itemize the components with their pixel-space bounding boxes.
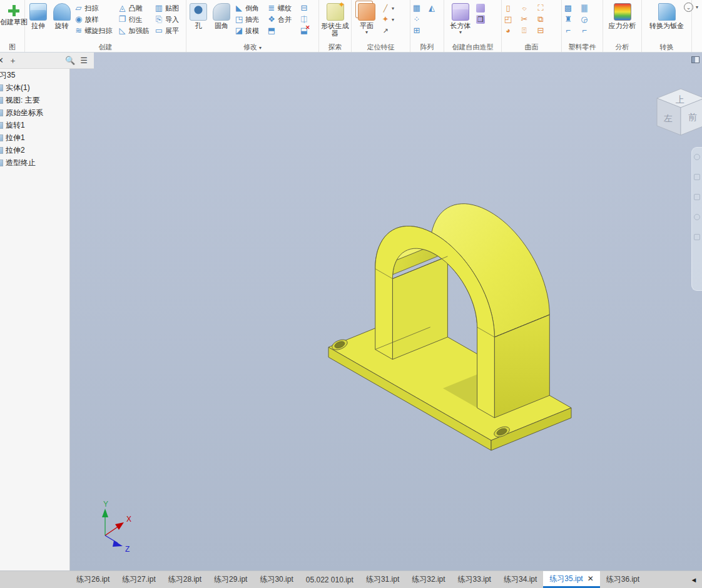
loft-icon: ◉ [74, 15, 83, 24]
chamfer-button[interactable]: ◣倒角 [235, 3, 266, 14]
delete-face2-button[interactable]: ⬓✕ [300, 25, 312, 36]
browser-item-document[interactable]: 练习35 [0, 69, 69, 81]
hole-button[interactable]: 孔 [188, 1, 208, 29]
tab-doc-8[interactable]: 练习33.ipt [452, 571, 497, 588]
extrude-button[interactable]: 拉伸 [27, 1, 49, 29]
browser-menu-icon[interactable]: ☰ [80, 56, 88, 65]
revolution1-label: 旋转1 [6, 120, 25, 131]
navigation-bar[interactable] [691, 147, 702, 291]
combine-button[interactable]: ❖合并 [267, 14, 298, 25]
thicken-button[interactable]: ⊟ [300, 3, 312, 14]
sweep-button[interactable]: ▱扫掠 [74, 3, 117, 14]
shape-generator-button[interactable]: 形状生成器 [321, 1, 349, 37]
snap-fit-button[interactable]: ⌐ [564, 25, 579, 36]
rest-button[interactable]: 🀫 [580, 3, 595, 14]
work-point-button[interactable]: ✦▾ [381, 14, 405, 25]
unwrap-button[interactable]: ▭展平 [155, 25, 184, 36]
browser-item-extrusion1[interactable]: 拉伸1 [0, 131, 69, 144]
emboss-button[interactable]: ◬凸雕 [118, 3, 153, 14]
freeform-face-button[interactable] [476, 3, 490, 14]
mirror-button[interactable]: ◭ [427, 3, 441, 14]
surface-replace-button[interactable]: ⧉ [536, 14, 551, 25]
create-sketch-button[interactable]: 创建草图 [2, 1, 26, 26]
freeform-box-button[interactable]: 长方体 ▾ [446, 1, 475, 35]
coil-button[interactable]: ≋螺旋扫掠 [74, 25, 117, 36]
tab-doc-5[interactable]: 05.022 010.ipt [300, 571, 360, 588]
browser-item-revolution1[interactable]: 旋转1 [0, 119, 69, 131]
thread-button[interactable]: ≣螺纹 [267, 3, 298, 14]
browser-add-icon[interactable]: ＋ [9, 55, 17, 66]
surface-extend-button[interactable]: ⍐ [520, 25, 535, 36]
split-button[interactable]: ⎅ [300, 14, 312, 25]
browser-search-icon[interactable]: 🔍 [65, 56, 75, 65]
ribbon-collapse-button[interactable]: ⌄ ▾ [684, 3, 698, 12]
tab-doc-2[interactable]: 练习28.ipt [162, 571, 208, 588]
import-button[interactable]: ⎘导入 [155, 14, 184, 25]
solid-bodies-label: 实体(1) [6, 83, 30, 93]
surface-stitch-button[interactable]: ▯ [504, 3, 519, 14]
circular-pattern-button[interactable]: ⁘ [412, 14, 426, 25]
fillet-button[interactable]: 圆角 [210, 1, 233, 29]
surface-sculpt-button[interactable]: ◕ [504, 25, 519, 36]
dock-window-icon[interactable] [691, 56, 699, 63]
derive-button[interactable]: ❐衍生 [118, 14, 153, 25]
tab-close-icon[interactable]: ✕ [588, 574, 594, 583]
rule-fillet-button[interactable]: ◶ [580, 14, 595, 25]
surface-ruled-button[interactable]: ⌔ [520, 3, 535, 14]
plane-button[interactable]: 平面 ▾ [354, 1, 380, 35]
loft-button[interactable]: ◉放样 [74, 14, 117, 25]
full-navigation-wheel-icon[interactable] [694, 154, 700, 160]
browser-header: ✕ ＋ 🔍 ☰ [0, 53, 94, 69]
surface-boundary-button[interactable]: ◰ [504, 14, 519, 25]
stress-analysis-button[interactable]: 应力分析 [605, 1, 639, 29]
convert-sheetmetal-button[interactable]: 转换为钣金 [644, 1, 689, 29]
tab-doc-4[interactable]: 练习30.ipt [253, 571, 299, 588]
browser-item-extrusion2[interactable]: 拉伸2 [0, 144, 69, 156]
rib-button[interactable]: ◺加强筋 [118, 25, 153, 36]
pan-icon[interactable] [694, 174, 700, 180]
surface-offset-button[interactable]: ⊟ [536, 25, 551, 36]
tab-doc-7[interactable]: 练习32.ipt [405, 571, 451, 588]
zoom-icon[interactable] [694, 194, 700, 200]
work-axis-button[interactable]: ╱▾ [381, 3, 405, 14]
tab-doc-1[interactable]: 练习27.ipt [116, 571, 161, 588]
delete-face-button[interactable]: ⬒ [267, 25, 298, 36]
surface-patch-button[interactable]: ⛶ [536, 3, 551, 14]
revolve-button[interactable]: 旋转 [51, 1, 73, 29]
tab-doc-10-active[interactable]: 练习35.ipt ✕ [543, 571, 599, 588]
freeform-convert-button[interactable]: ❒ [476, 14, 490, 25]
svg-text:前: 前 [688, 112, 697, 122]
shell-button[interactable]: ◳抽壳 [235, 14, 266, 25]
tab-doc-11[interactable]: 练习36.ipt [600, 571, 646, 588]
tab-doc-6[interactable]: 练习31.ipt [360, 571, 405, 588]
browser-item-origin[interactable]: 原始坐标系 [0, 106, 69, 119]
extrude-icon [29, 3, 47, 21]
revolution1-icon [0, 122, 3, 129]
draft-button[interactable]: ◪拔模 [235, 25, 266, 36]
grille-button[interactable]: ▩ [564, 3, 579, 14]
tab-scroll-left-icon[interactable]: ◄ [686, 571, 702, 588]
tabbar-lead-space [0, 571, 70, 588]
browser-item-view-master[interactable]: 视图: 主要 [0, 94, 69, 106]
tab-doc-0[interactable]: 练习26.ipt [70, 571, 116, 588]
surface-trim-button[interactable]: ✂ [520, 14, 535, 25]
boss-button[interactable]: ♜ [564, 14, 579, 25]
ribbon-group-pattern: ▦ ⁘ ⊞ ◭ 阵列 [410, 0, 444, 52]
tab-doc-9[interactable]: 练习34.ipt [497, 571, 543, 588]
look-at-icon[interactable] [694, 234, 700, 240]
tab-doc-3[interactable]: 练习29.ipt [208, 571, 253, 588]
plane-label: 平面 [360, 22, 374, 29]
tab-label: 练习33.ipt [458, 574, 491, 585]
ribbon-group-work-features: 平面 ▾ ╱▾ ✦▾ ↗ 定位特征 [352, 0, 410, 52]
ucs-button[interactable]: ↗ [381, 25, 405, 36]
browser-close-icon[interactable]: ✕ [0, 56, 4, 65]
rectangular-pattern-button[interactable]: ▦ [412, 3, 426, 14]
tab-label: 练习29.ipt [214, 574, 247, 585]
viewport-3d[interactable]: 上 左 前 Y X Z [69, 53, 702, 570]
decal-button[interactable]: ▥贴图 [155, 3, 184, 14]
orbit-icon[interactable] [694, 214, 700, 220]
lip-button[interactable]: ⌐ [580, 25, 595, 36]
browser-item-solid-bodies[interactable]: 实体(1) [0, 81, 69, 94]
browser-item-end-of-part[interactable]: 造型终止 [0, 156, 69, 169]
sketch-pattern-button[interactable]: ⊞ [412, 25, 426, 36]
